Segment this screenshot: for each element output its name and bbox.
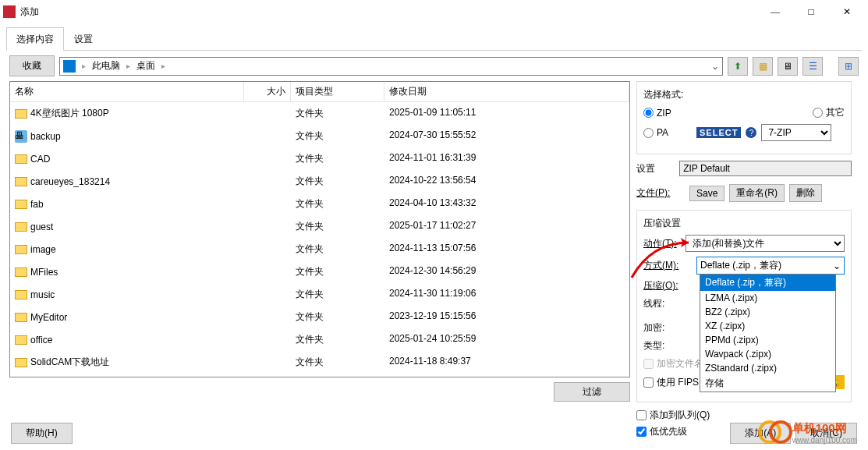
file-date: 2024-12-30 14:56:29	[384, 262, 629, 282]
file-type: 文件夹	[291, 239, 384, 259]
settings-label: 设置	[636, 162, 675, 175]
minimize-button[interactable]: —	[757, 0, 793, 23]
method-option[interactable]: BZ2 (.zipx)	[700, 305, 835, 319]
file-type: 文件夹	[291, 126, 384, 146]
file-size	[244, 330, 291, 349]
folder-icon	[15, 290, 27, 299]
file-size	[244, 126, 291, 146]
radio-pa[interactable]: PA	[643, 127, 692, 138]
folder-icon	[15, 154, 27, 164]
chevron-right-icon: ▸	[161, 62, 165, 70]
view-list-button[interactable]: ☰	[802, 57, 823, 76]
file-type: 文件夹	[291, 172, 384, 191]
method-option[interactable]: XZ (.zipx)	[700, 319, 835, 333]
method-option[interactable]: Wavpack (.zipx)	[700, 347, 835, 361]
help-icon[interactable]: ?	[746, 127, 756, 138]
file-size	[244, 149, 291, 168]
breadcrumb[interactable]: ▸ 此电脑 ▸ 桌面 ▸ ⌄	[59, 57, 723, 76]
watermark-url: www.danji100.com	[792, 436, 857, 445]
table-row[interactable]: CAD文件夹2024-11-01 16:31:39	[10, 147, 629, 170]
folder-icon	[15, 268, 27, 277]
watermark-text: 单机100网	[792, 421, 857, 436]
file-date: 2024-11-13 15:07:56	[384, 239, 629, 259]
file-name: fab	[30, 199, 44, 210]
close-button[interactable]: ✕	[829, 0, 865, 23]
file-type: 文件夹	[291, 307, 384, 327]
file-size	[244, 353, 291, 372]
save-button[interactable]: Save	[689, 186, 725, 201]
encrypt-filename-checkbox[interactable]: 加密文件名	[643, 357, 703, 370]
table-row[interactable]: fab文件夹2024-04-10 13:43:32	[10, 193, 629, 215]
method-option[interactable]: ZStandard (.zipx)	[700, 361, 835, 375]
table-row[interactable]: image文件夹2024-11-13 15:07:56	[10, 238, 629, 260]
favorite-button[interactable]: 收藏	[9, 55, 55, 76]
compression-label: 压缩设置	[643, 217, 845, 230]
compression-level-label: 压缩(O):	[643, 279, 692, 292]
printer-icon: 🖶	[15, 130, 27, 143]
other-format-select[interactable]: 7-ZIP	[761, 124, 831, 141]
table-row[interactable]: 🖶backup文件夹2024-07-30 15:55:52	[10, 125, 629, 147]
column-date[interactable]: 修改日期	[384, 82, 629, 101]
breadcrumb-item[interactable]: 桌面	[136, 59, 155, 73]
radio-other[interactable]: 其它	[813, 106, 845, 119]
column-type[interactable]: 项目类型	[291, 82, 384, 101]
file-name: MyEditor	[30, 312, 67, 323]
file-table: 名称 大小 项目类型 修改日期 4K壁纸图片 1080P文件夹2025-01-0…	[9, 81, 630, 377]
tab-settings[interactable]: 设置	[64, 27, 103, 51]
table-row[interactable]: guest文件夹2025-01-17 11:02:27	[10, 215, 629, 238]
filter-button[interactable]: 过滤	[554, 382, 630, 402]
file-type: 文件夹	[291, 104, 384, 123]
file-name: office	[30, 335, 52, 345]
method-select[interactable]: Deflate (.zip，兼容)⌄	[696, 257, 845, 275]
file-size	[244, 172, 291, 191]
breadcrumb-root[interactable]: 此电脑	[92, 59, 120, 73]
file-type: 文件夹	[291, 330, 384, 349]
file-size	[244, 194, 291, 214]
method-option[interactable]: LZMA (.zipx)	[700, 291, 835, 305]
file-size	[244, 285, 291, 304]
method-option[interactable]: Deflate (.zip，兼容)	[700, 275, 835, 291]
table-row[interactable]: MFiles文件夹2024-12-30 14:56:29	[10, 260, 629, 283]
table-row[interactable]: MyEditor文件夹2023-12-19 15:15:56	[10, 306, 629, 328]
help-button[interactable]: 帮助(H)	[11, 423, 73, 444]
column-name[interactable]: 名称	[10, 82, 244, 101]
threads-label: 线程:	[643, 297, 692, 310]
up-folder-button[interactable]: ⬆	[728, 57, 748, 76]
file-name: MFiles	[30, 267, 58, 278]
file-date: 2024-04-10 13:43:32	[384, 194, 629, 214]
file-name: guest	[30, 221, 53, 232]
file-date: 2025-01-09 11:05:11	[384, 104, 629, 123]
maximize-button[interactable]: □	[793, 0, 829, 23]
watermark: 单机100网 www.danji100.com	[758, 416, 857, 450]
folder-icon	[15, 109, 27, 119]
file-type: 文件夹	[291, 353, 384, 372]
table-row[interactable]: music文件夹2024-11-30 11:19:06	[10, 283, 629, 306]
method-label: 方式(M):	[643, 259, 692, 272]
file-type: 文件夹	[291, 285, 384, 304]
method-option[interactable]: 存储	[700, 375, 835, 392]
breadcrumb-dropdown[interactable]: ⌄	[711, 61, 719, 72]
rename-button[interactable]: 重命名(R)	[729, 184, 785, 202]
radio-zip[interactable]: ZIP	[643, 108, 671, 119]
view-details-button[interactable]: ⊞	[838, 57, 859, 76]
desktop-button[interactable]: 🖥	[778, 57, 798, 76]
folder-icon	[15, 222, 27, 232]
table-row[interactable]: office文件夹2025-01-24 10:25:59	[10, 328, 629, 351]
new-folder-button[interactable]: ▦	[753, 57, 773, 76]
file-date: 2024-07-30 15:55:52	[384, 126, 629, 146]
settings-preset-select[interactable]: ZIP Default	[679, 161, 852, 176]
file-type: 文件夹	[291, 262, 384, 282]
tab-select-content[interactable]: 选择内容	[6, 27, 64, 51]
method-option[interactable]: PPMd (.zipx)	[700, 333, 835, 347]
delete-button[interactable]: 删除	[789, 184, 822, 202]
select-badge: SELECT	[696, 127, 741, 138]
column-size[interactable]: 大小	[244, 82, 291, 101]
action-select[interactable]: 添加(和替换)文件	[686, 235, 845, 252]
table-row[interactable]: SolidCAM下载地址文件夹2024-11-18 8:49:37	[10, 351, 629, 374]
file-name: backup	[30, 131, 61, 142]
file-date: 2025-01-17 11:02:27	[384, 217, 629, 236]
encrypt-label: 加密:	[643, 321, 692, 335]
file-type: 文件夹	[291, 149, 384, 168]
table-row[interactable]: 4K壁纸图片 1080P文件夹2025-01-09 11:05:11	[10, 102, 629, 125]
table-row[interactable]: careueyes_183214文件夹2024-10-22 13:56:54	[10, 170, 629, 193]
